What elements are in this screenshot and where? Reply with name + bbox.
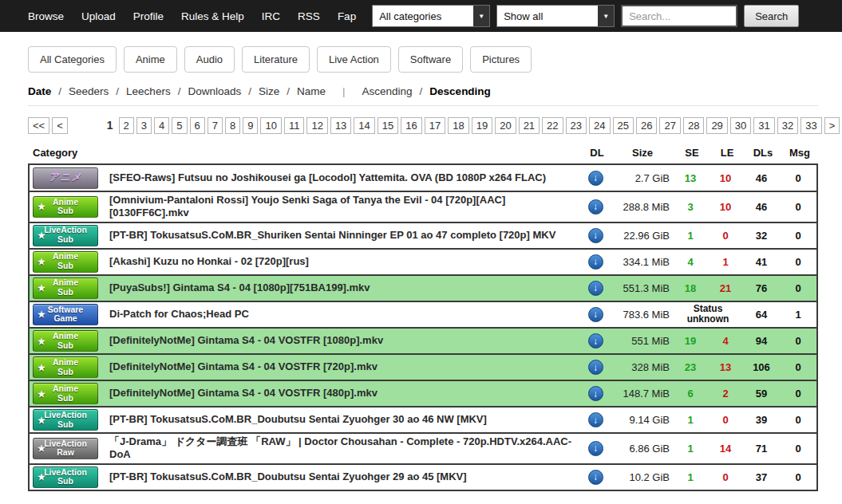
category-badge-software-game[interactable]: ★SoftwareGame: [33, 304, 98, 325]
pagination-page-2[interactable]: 2: [119, 117, 134, 134]
download-icon[interactable]: ↓: [588, 228, 603, 243]
pagination-page-17[interactable]: 17: [425, 117, 445, 134]
category-badge-anime-raw[interactable]: アニメ: [33, 167, 98, 189]
category-badge-liveaction-sub[interactable]: ★LiveActionSub: [33, 467, 98, 488]
pagination-page-18[interactable]: 18: [448, 117, 468, 134]
sort-name[interactable]: Name: [297, 85, 326, 97]
filter-button-all-categories[interactable]: All Categories: [28, 46, 117, 73]
download-icon[interactable]: ↓: [588, 281, 603, 296]
filter-button-literature[interactable]: Literature: [242, 46, 310, 73]
pagination-page-32[interactable]: 32: [777, 117, 798, 134]
pagination-page-19[interactable]: 19: [472, 117, 492, 134]
pagination-page-23[interactable]: 23: [566, 117, 587, 134]
category-badge-anime-sub[interactable]: ★AnimeSub: [33, 356, 98, 378]
download-icon[interactable]: ↓: [588, 441, 603, 456]
torrent-name-link[interactable]: [DefinitelyNotMe] Gintama S4 - 04 VOSTFR…: [103, 360, 582, 373]
pagination-page-4[interactable]: 4: [154, 117, 169, 134]
category-badge-anime-sub[interactable]: ★AnimeSub: [33, 278, 98, 299]
table-header-downloads[interactable]: DLs: [745, 147, 781, 159]
download-icon[interactable]: ↓: [588, 199, 603, 215]
pagination-page-21[interactable]: 21: [519, 117, 540, 134]
table-header-category[interactable]: Category: [28, 147, 101, 159]
pagination-page-8[interactable]: 8: [225, 117, 240, 134]
pagination-page-24[interactable]: 24: [589, 117, 610, 134]
download-icon[interactable]: ↓: [588, 386, 603, 401]
pagination-page-25[interactable]: 25: [613, 117, 634, 134]
sort-descending[interactable]: Descending: [429, 85, 491, 97]
show-filter-select[interactable]: Show all ▼: [496, 5, 615, 27]
pagination-page-28[interactable]: 28: [683, 117, 704, 134]
pagination-page-31[interactable]: 31: [753, 117, 774, 134]
nav-item-fap[interactable]: Fap: [338, 10, 356, 22]
download-icon[interactable]: ↓: [588, 470, 603, 485]
pagination-prev[interactable]: <: [52, 117, 68, 134]
torrent-name-link[interactable]: Di-Patch for Chaos;Head PC: [103, 308, 582, 321]
filter-button-pictures[interactable]: Pictures: [470, 46, 532, 73]
table-header-leechers[interactable]: LE: [710, 147, 745, 159]
pagination-page-27[interactable]: 27: [659, 117, 680, 134]
pagination-page-12[interactable]: 12: [306, 117, 327, 134]
pagination-page-22[interactable]: 22: [542, 117, 563, 134]
torrent-name-link[interactable]: [DefinitelyNotMe] Gintama S4 - 04 VOSTFR…: [103, 334, 582, 347]
category-badge-anime-sub[interactable]: ★AnimeSub: [33, 196, 98, 218]
torrent-name-link[interactable]: [PT-BR] TokusatsuS.CoM.BR_Doubutsu Senta…: [103, 413, 582, 426]
search-button[interactable]: Search: [744, 5, 799, 27]
pagination-page-29[interactable]: 29: [706, 117, 727, 134]
nav-item-browse[interactable]: Browse: [28, 10, 64, 22]
table-header-size[interactable]: Size: [611, 147, 674, 159]
sort-ascending[interactable]: Ascending: [362, 85, 413, 97]
category-badge-liveaction-sub[interactable]: ★LiveActionSub: [33, 225, 98, 246]
download-icon[interactable]: ↓: [588, 412, 603, 427]
table-header-seeders[interactable]: SE: [674, 147, 710, 159]
pagination-page-6[interactable]: 6: [190, 117, 205, 134]
sort-seeders[interactable]: Seeders: [69, 85, 109, 97]
torrent-name-link[interactable]: [SFEO-Raws] Futsuu no Joshikousei ga [Lo…: [103, 171, 582, 184]
pagination-page-9[interactable]: 9: [243, 117, 258, 134]
download-icon[interactable]: ↓: [588, 254, 603, 270]
filter-button-software[interactable]: Software: [398, 46, 463, 73]
search-input[interactable]: [621, 5, 737, 27]
pagination-next[interactable]: >: [824, 117, 840, 134]
sort-date[interactable]: Date: [28, 85, 51, 97]
category-badge-anime-sub[interactable]: ★AnimeSub: [33, 251, 98, 273]
torrent-name-link[interactable]: [PT-BR] TokusatsuS.CoM.BR_Doubutsu Senta…: [103, 471, 582, 483]
torrent-name-link[interactable]: [Akashi] Kuzu no Honkai - 02 [720p][rus]: [103, 255, 582, 268]
pagination-first[interactable]: <<: [28, 117, 49, 134]
download-icon[interactable]: ↓: [588, 171, 603, 186]
pagination-current-page[interactable]: 1: [105, 117, 115, 134]
sort-size[interactable]: Size: [259, 85, 279, 97]
pagination-page-15[interactable]: 15: [378, 117, 398, 134]
category-badge-liveaction-sub[interactable]: ★LiveActionSub: [33, 409, 98, 431]
category-badge-anime-sub[interactable]: ★AnimeSub: [33, 330, 98, 352]
nav-item-irc[interactable]: IRC: [262, 10, 280, 22]
filter-button-anime[interactable]: Anime: [124, 46, 177, 73]
download-icon[interactable]: ↓: [588, 307, 603, 322]
torrent-name-link[interactable]: 「J-Drama」 ドクター調査班 「RAW」 | Doctor Chousah…: [103, 435, 582, 462]
pagination-page-30[interactable]: 30: [730, 117, 751, 134]
pagination-page-7[interactable]: 7: [208, 117, 223, 134]
pagination-page-10[interactable]: 10: [260, 117, 281, 134]
filter-button-live-action[interactable]: Live Action: [317, 46, 391, 73]
sort-downloads[interactable]: Downloads: [188, 85, 241, 97]
nav-item-rules-help[interactable]: Rules & Help: [181, 10, 244, 22]
pagination-page-3[interactable]: 3: [136, 117, 152, 134]
pagination-page-20[interactable]: 20: [495, 117, 516, 134]
torrent-name-link[interactable]: [PT-BR] TokusatsuS.CoM.BR_Shuriken Senta…: [103, 229, 582, 242]
pagination-page-14[interactable]: 14: [354, 117, 374, 134]
category-badge-anime-sub[interactable]: ★AnimeSub: [33, 383, 98, 404]
nav-item-upload[interactable]: Upload: [81, 10, 116, 22]
category-select[interactable]: All categories ▼: [372, 5, 490, 27]
pagination-page-5[interactable]: 5: [172, 117, 187, 134]
pagination-page-16[interactable]: 16: [401, 117, 421, 134]
sort-leechers[interactable]: Leechers: [126, 85, 171, 97]
torrent-name-link[interactable]: [Omnivium-Pantaloni Rossi] Youjo Senki S…: [103, 194, 582, 220]
pagination-page-13[interactable]: 13: [330, 117, 351, 134]
pagination-page-33[interactable]: 33: [800, 117, 821, 134]
pagination-page-26[interactable]: 26: [636, 117, 657, 134]
nav-item-rss[interactable]: RSS: [298, 10, 320, 22]
category-badge-liveaction-raw[interactable]: ★LiveActionRaw: [33, 438, 98, 459]
download-icon[interactable]: ↓: [588, 333, 603, 348]
filter-button-audio[interactable]: Audio: [184, 46, 235, 73]
download-icon[interactable]: ↓: [588, 360, 603, 375]
pagination-page-11[interactable]: 11: [284, 117, 305, 134]
